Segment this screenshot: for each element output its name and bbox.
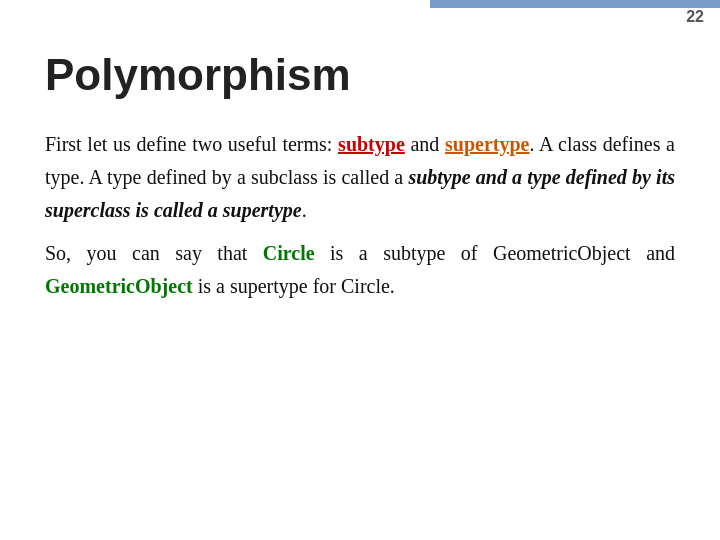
- slide: 22 Polymorphism First let us define two …: [0, 0, 720, 540]
- text-subtype: subtype: [338, 133, 405, 155]
- text-of: of: [461, 242, 478, 264]
- slide-number: 22: [686, 8, 704, 26]
- accent-bar: [430, 0, 720, 8]
- text-is-supertype: is a supertype for Circle.: [193, 275, 395, 297]
- text-terms: terms:: [277, 133, 338, 155]
- text-period: .: [302, 199, 307, 221]
- paragraph-1: First let us define two useful terms: su…: [45, 128, 675, 227]
- text-space1: [247, 242, 262, 264]
- paragraph-2: So, you can say that Circle is a subtype…: [45, 237, 675, 303]
- text-first-let-us: First let us define two: [45, 133, 228, 155]
- text-useful: useful: [228, 133, 277, 155]
- text-geometric-object-and: GeometricObject and: [478, 242, 676, 264]
- text-is-a-subtype: is a subtype: [315, 242, 461, 264]
- text-that: that: [217, 242, 247, 264]
- text-supertype: supertype: [445, 133, 529, 155]
- text-and: and: [405, 133, 445, 155]
- text-so-you-can-say: So, you can say: [45, 242, 217, 264]
- slide-title: Polymorphism: [45, 50, 675, 100]
- slide-content: First let us define two useful terms: su…: [45, 128, 675, 303]
- text-circle: Circle: [263, 242, 315, 264]
- text-geometric-object: GeometricObject: [45, 275, 193, 297]
